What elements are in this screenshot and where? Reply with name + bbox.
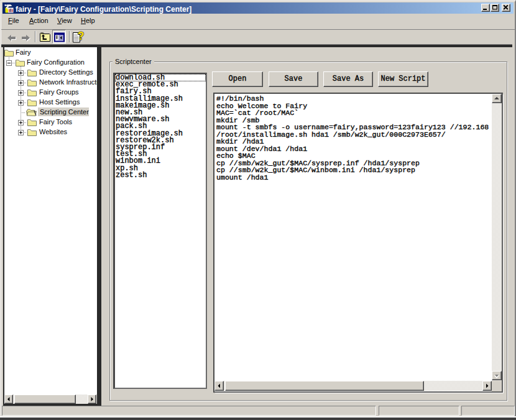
svg-text:?: ? — [78, 31, 85, 42]
